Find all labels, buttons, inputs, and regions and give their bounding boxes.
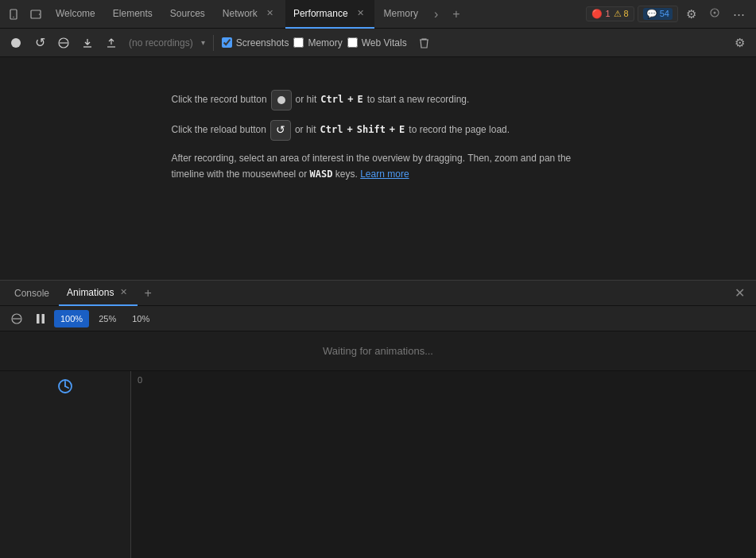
issues-count: 💬 54	[643, 8, 673, 20]
timeline-main: 0	[131, 371, 756, 558]
recordings-label: (no recordings)	[126, 37, 196, 48]
svg-rect-12	[37, 314, 40, 324]
error-badge: 🔴 1	[591, 9, 610, 19]
warning-badge: ⚠ 8	[614, 9, 629, 19]
toolbar-divider	[213, 35, 214, 51]
screenshots-checkbox-group[interactable]: Screenshots	[222, 37, 289, 48]
performance-empty-state: Click the record button or hit Ctrl + E …	[0, 57, 756, 224]
record-icon-example	[271, 90, 292, 110]
memory-checkbox[interactable]	[293, 37, 304, 48]
mobile-icon[interactable]	[3, 6, 24, 23]
web-vitals-checkbox-group[interactable]: Web Vitals	[347, 37, 407, 48]
more-tabs-button[interactable]: ›	[428, 6, 444, 23]
console-tab[interactable]: Console	[6, 281, 57, 306]
top-tab-bar: Welcome Elements Sources Network ✕ Perfo…	[0, 0, 756, 29]
animations-tab[interactable]: Animations ✕	[59, 281, 138, 306]
close-animations-tab[interactable]: ✕	[118, 286, 130, 298]
tab-bar-right: 🔴 1 ⚠ 8 💬 54 ⚙ ⋯	[586, 4, 753, 25]
timeline-sidebar	[0, 371, 131, 558]
animations-clear-button[interactable]	[6, 308, 27, 329]
performance-toolbar: ↺ (no recordings) ▾ Screenshots Memory W…	[0, 29, 756, 57]
close-network-tab[interactable]: ✕	[264, 7, 276, 19]
errors-warnings-badge[interactable]: 🔴 1 ⚠ 8	[586, 6, 634, 21]
tab-bar-left: Welcome Elements Sources Network ✕ Perfo…	[3, 0, 586, 29]
tablet-icon[interactable]	[25, 6, 46, 23]
animations-logo-icon	[56, 378, 74, 399]
tab-sources[interactable]: Sources	[162, 0, 213, 29]
speed-100-button[interactable]: 100%	[54, 310, 89, 327]
delete-recordings-button[interactable]	[415, 33, 434, 52]
svg-point-1	[13, 16, 14, 17]
svg-point-5	[714, 12, 716, 14]
more-options-button[interactable]: ⋯	[728, 4, 750, 25]
speed-25-button[interactable]: 25%	[92, 310, 122, 327]
reload-icon-example: ↺	[270, 120, 291, 141]
svg-rect-13	[42, 314, 45, 324]
bottom-tab-bar: Console Animations ✕ + ✕	[0, 281, 756, 306]
speed-10-button[interactable]: 10%	[126, 310, 156, 327]
instruction-record: Click the record button or hit Ctrl + E …	[172, 90, 585, 110]
tab-elements[interactable]: Elements	[105, 0, 161, 29]
timeline-zero-label: 0	[138, 375, 142, 385]
web-vitals-checkbox[interactable]	[347, 37, 358, 48]
settings-icon-button[interactable]: ⚙	[681, 4, 701, 25]
reload-record-button[interactable]: ↺	[30, 33, 49, 52]
add-tab-button[interactable]: +	[446, 6, 466, 23]
add-bottom-tab-button[interactable]: +	[139, 285, 156, 302]
close-bottom-panel-button[interactable]: ✕	[730, 284, 750, 302]
performance-settings-button[interactable]: ⚙	[730, 33, 750, 53]
close-performance-tab[interactable]: ✕	[355, 7, 366, 19]
tab-memory[interactable]: Memory	[376, 0, 426, 29]
remote-devices-button[interactable]	[704, 4, 725, 24]
waiting-area: Waiting for animations...	[0, 331, 756, 371]
animations-toolbar: 100% 25% 10%	[0, 306, 756, 331]
issues-badge[interactable]: 💬 54	[638, 6, 678, 22]
save-profile-button[interactable]	[102, 33, 121, 52]
clear-button[interactable]	[54, 33, 73, 52]
memory-checkbox-group[interactable]: Memory	[293, 37, 342, 48]
svg-point-3	[39, 14, 40, 14]
tab-network[interactable]: Network ✕	[215, 0, 284, 29]
animations-pause-button[interactable]	[30, 308, 51, 329]
tab-performance[interactable]: Performance ✕	[285, 0, 374, 29]
recordings-dropdown[interactable]: ▾	[201, 38, 205, 47]
record-button[interactable]	[6, 33, 25, 52]
load-profile-button[interactable]	[78, 33, 97, 52]
instruction-reload: Click the reload button ↺ or hit Ctrl + …	[172, 120, 585, 141]
instruction-box: Click the record button or hit Ctrl + E …	[172, 90, 585, 192]
instruction-after: After recording, select an area of inter…	[172, 150, 585, 183]
timeline-area: 0	[0, 371, 756, 558]
bottom-panel: Console Animations ✕ + ✕ 100% 25%	[0, 280, 756, 558]
svg-rect-0	[10, 10, 17, 19]
learn-more-link[interactable]: Learn more	[360, 169, 409, 180]
screenshots-checkbox[interactable]	[222, 37, 232, 48]
tab-welcome[interactable]: Welcome	[48, 0, 103, 29]
